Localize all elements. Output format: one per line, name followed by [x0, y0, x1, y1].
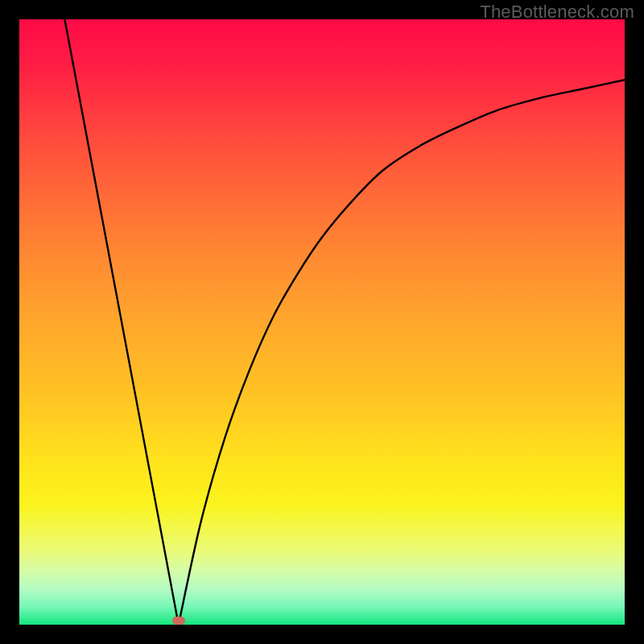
gradient-plot-area	[19, 19, 625, 625]
minimum-marker	[172, 617, 185, 625]
bottleneck-curve	[19, 19, 625, 625]
watermark-text: TheBottleneck.com	[480, 2, 634, 23]
